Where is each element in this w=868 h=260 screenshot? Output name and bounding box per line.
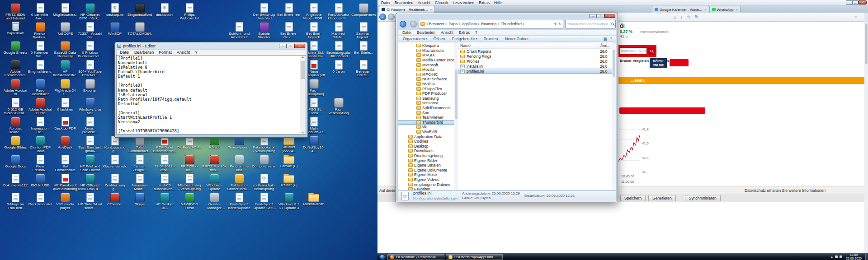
notepad-scrollbar[interactable]: ▲ ▼ bbox=[300, 56, 306, 134]
tree-folder[interactable]: NVIDIA bbox=[398, 82, 458, 87]
tree-folder[interactable]: Desktop bbox=[398, 144, 458, 149]
taskbar-button[interactable]: Öl Realtime - Realtimeku... bbox=[387, 254, 444, 260]
notepad-titlebar[interactable]: profiles.ini - Editor — □ × bbox=[116, 42, 306, 49]
tree-folder[interactable]: Media Center Programs bbox=[398, 58, 458, 63]
desktop-icon[interactable]: Bubble Shooter praktisch-spiel... bbox=[252, 22, 276, 40]
file-row[interactable]: Crash Reports 26.0 bbox=[458, 49, 616, 54]
desktop-icon[interactable]: Exporter bbox=[78, 79, 102, 97]
desktop-icon[interactable]: Papierkorb bbox=[3, 22, 28, 40]
tree-folder[interactable]: Macromedia bbox=[398, 48, 458, 53]
desktop-icon[interactable]: CCleaner bbox=[103, 192, 127, 210]
desktop-icon[interactable]: Computerverwa... bbox=[252, 154, 276, 172]
desktop-icon[interactable]: NAWIDON Fresh bbox=[177, 192, 202, 210]
desktop-icon[interactable]: Janus - praktisc... bbox=[78, 116, 102, 135]
desktop-icon[interactable]: Philips Webcam.txt bbox=[177, 3, 202, 21]
browser-tab[interactable]: Google Kalender - Woch... × bbox=[652, 6, 709, 13]
menu-item[interactable]: Bearbeiten bbox=[414, 30, 438, 35]
search-button[interactable] bbox=[648, 47, 655, 55]
desktop-icon[interactable]: Zentrierzeug g... bbox=[103, 173, 127, 191]
menu-item[interactable]: ? bbox=[193, 50, 200, 55]
desktop-icon[interactable]: Firefox-Banken... bbox=[28, 22, 52, 40]
tree-folder[interactable]: Druckumgebung bbox=[398, 153, 458, 158]
menu-item[interactable]: Lesezeichen bbox=[450, 0, 476, 5]
desktop-icon[interactable]: DieBedpSOM-... bbox=[177, 135, 202, 153]
tree-folder[interactable]: Kleopatra bbox=[398, 43, 458, 48]
tree-folder[interactable]: NCH Software bbox=[398, 77, 458, 82]
tree-folder[interactable]: Eigene Dokumente bbox=[398, 167, 458, 172]
desktop-icon[interactable]: Mietbeschving - Verknüpfung bbox=[177, 173, 202, 191]
desktop-icon[interactable]: Programme und Funktionen bbox=[227, 154, 251, 172]
desktop-icon[interactable]: Der SwitchUp Unschied bbox=[252, 3, 276, 21]
desktop-icon[interactable]: Manfred-Briefe... bbox=[326, 22, 351, 40]
desktop-icon[interactable]: 71357 - Anzahl der Argentinier... bbox=[78, 22, 102, 40]
scrollbar-thumb[interactable] bbox=[613, 50, 615, 77]
scroll-up-icon[interactable]: ▲ bbox=[302, 56, 304, 58]
desktop-icon[interactable]: Bol Familienclub an den Gluckl... bbox=[53, 154, 77, 172]
desktop-icon[interactable]: 0-Kalender-Wa... bbox=[28, 41, 52, 59]
tree-scrollbar[interactable] bbox=[454, 42, 458, 190]
breadcrumb-prefix[interactable]: « bbox=[426, 22, 429, 26]
command-button[interactable]: Freigeben für ▾ bbox=[449, 37, 481, 41]
menu-item[interactable]: Extras bbox=[476, 0, 492, 5]
desktop-icon[interactable]: AnyDesk bbox=[53, 135, 77, 153]
breadcrumb[interactable]: « BenutzerPapaAppDataRoamingThunderbird … bbox=[419, 20, 563, 28]
desktop-icon[interactable]: Flightradar24 F... bbox=[53, 79, 77, 97]
tree-folder[interactable]: TeamViewer bbox=[398, 115, 458, 120]
desktop-icon[interactable]: 0-laubhen bbox=[53, 98, 77, 116]
menu-item[interactable]: Format bbox=[157, 50, 175, 55]
desktop-icon[interactable]: Januar-Zeugni... bbox=[127, 154, 152, 172]
tree-folder[interactable]: PDF Producer bbox=[398, 91, 458, 96]
desktop-icon[interactable]: Bet-Brief-Jugendl. bbox=[302, 22, 326, 40]
refresh-icon[interactable]: ↻ bbox=[695, 14, 698, 19]
tree-folder[interactable]: Sun bbox=[398, 110, 458, 115]
tree-folder[interactable]: Eigene Bilder bbox=[398, 158, 458, 163]
desktop-icon[interactable]: Betreuungsplan Hillenbrand bbox=[326, 41, 351, 59]
forward-icon[interactable]: → bbox=[410, 21, 417, 28]
hamburger-menu-icon[interactable]: ≡ bbox=[854, 14, 857, 19]
menu-item[interactable]: Datei bbox=[118, 50, 132, 55]
minimize-button[interactable]: — bbox=[279, 44, 287, 48]
desktop-icon[interactable]: DoNotSpy10-4... bbox=[302, 135, 326, 153]
desktop-icon[interactable]: HP Print and Scan Doctor bbox=[78, 154, 102, 172]
close-button[interactable]: × bbox=[859, 0, 867, 5]
menu-item[interactable]: Ansicht bbox=[438, 30, 456, 35]
tree-folder[interactable]: Downloads bbox=[398, 149, 458, 153]
command-button[interactable]: Öffnen bbox=[430, 37, 449, 41]
scroll-down-icon[interactable]: ▼ bbox=[302, 131, 304, 134]
desktop-icon[interactable]: Computerverwa... bbox=[351, 3, 376, 21]
desktop-icon[interactable]: HP Installationstre... bbox=[53, 60, 77, 78]
menu-item[interactable]: Datei bbox=[400, 30, 414, 35]
desktop-icon[interactable]: East Bansteelt gmail-docume... bbox=[78, 135, 102, 153]
file-row[interactable]: Pending Pings 26.0 bbox=[458, 54, 616, 59]
file-row[interactable]: Profiles 26.0 bbox=[458, 59, 616, 64]
breadcrumb-segment[interactable]: Roaming bbox=[481, 22, 501, 26]
promo-badge[interactable] bbox=[670, 59, 689, 66]
desktop-icon[interactable]: desktop.ini bbox=[152, 3, 177, 21]
home-icon[interactable]: ⌂ bbox=[674, 14, 676, 19]
history-dropdown-icon[interactable]: ▾ bbox=[554, 22, 557, 26]
desktop-icon[interactable]: Betreuer-Briefe... bbox=[351, 60, 376, 78]
back-icon[interactable]: ← bbox=[379, 14, 386, 20]
tree-folder[interactable]: Microsoft bbox=[398, 62, 458, 67]
desktop-icon[interactable]: 0-Fritzbox Bucherverzei... bbox=[78, 41, 102, 59]
desktop-icon[interactable]: Adobe Acrobat XI Pro bbox=[28, 98, 52, 116]
desktop-icon[interactable]: Google-Slides bbox=[3, 135, 28, 153]
show-desktop-button[interactable] bbox=[865, 254, 868, 260]
forward-icon[interactable]: → bbox=[388, 14, 395, 20]
desktop-icon[interactable]: Durchsuchen bbox=[302, 192, 326, 210]
action-button[interactable]: Speichern bbox=[620, 195, 646, 201]
notepad-editor[interactable]: [Profile1] Name=default IsRelative=0 Pat… bbox=[116, 55, 306, 135]
desktop-icon[interactable]: Sabrina - Jugend... bbox=[351, 22, 376, 40]
expand-arrow-icon[interactable]: ▷ bbox=[413, 121, 416, 124]
desktop-icon[interactable]: sortieren.bat - Verknüpfung bbox=[252, 173, 276, 191]
maximize-button[interactable]: □ bbox=[287, 44, 294, 48]
desktop-icon[interactable]: EaseUS Data Recovery Wizard bbox=[53, 41, 77, 59]
desktop-icon[interactable]: Teamviewer... bbox=[227, 135, 251, 153]
action-button[interactable]: Synchronisieren bbox=[685, 195, 721, 201]
desktop-icon[interactable]: ISO to USB bbox=[28, 173, 52, 191]
desktop-icon[interactable]: Ford-Sync2 Update Seite 8... bbox=[252, 192, 276, 210]
volume-icon[interactable] bbox=[835, 255, 838, 258]
desktop-icon[interactable]: Windows 8.1 RT Update 3 bbox=[277, 192, 301, 210]
desktop-icon[interactable]: HP Officejet 6950 - Verk... bbox=[78, 3, 102, 21]
tab-close-icon[interactable]: × bbox=[736, 8, 738, 12]
